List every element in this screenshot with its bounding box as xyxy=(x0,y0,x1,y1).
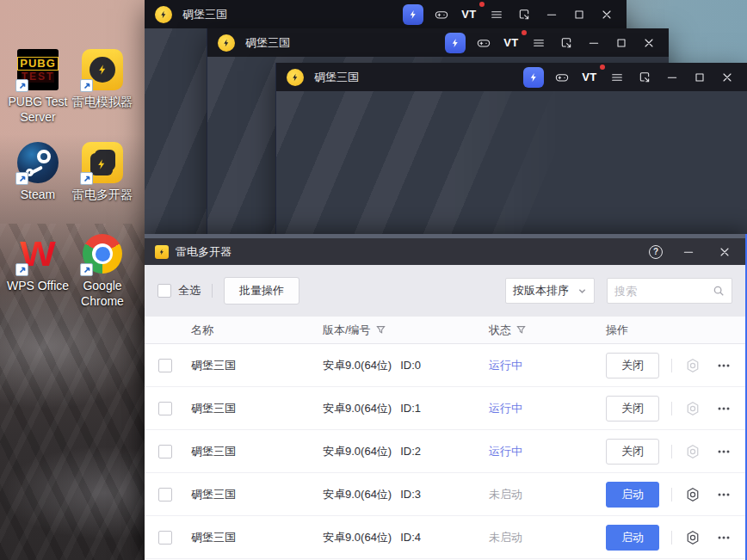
minimize-button[interactable] xyxy=(678,242,699,262)
more-options-icon[interactable] xyxy=(715,357,732,374)
instance-name: 碉堡三国 xyxy=(191,358,323,373)
desktop-icon-label: 雷电多开器 xyxy=(65,188,139,203)
vt-button[interactable]: VT xyxy=(460,5,478,24)
header-status[interactable]: 状态 xyxy=(489,323,606,338)
status-label: 未启动 xyxy=(489,487,606,502)
row-checkbox[interactable] xyxy=(158,531,172,545)
menu-icon[interactable] xyxy=(529,34,548,52)
ldplayer-logo-icon xyxy=(218,34,235,52)
settings-gear-icon[interactable] xyxy=(684,357,701,374)
minimize-button[interactable] xyxy=(584,34,603,52)
help-icon[interactable]: ? xyxy=(649,245,663,259)
rotate-window-icon[interactable] xyxy=(635,68,654,87)
minimize-button[interactable] xyxy=(542,5,561,24)
row-checkbox[interactable] xyxy=(158,445,172,458)
chevron-down-icon xyxy=(577,286,587,296)
search-icon xyxy=(713,285,725,297)
window-title: 碉堡三国 xyxy=(314,70,359,85)
desktop-icon-chrome[interactable]: Google Chrome xyxy=(69,233,136,309)
menu-icon[interactable] xyxy=(608,68,627,87)
ldplayer-logo-icon xyxy=(155,6,172,23)
header-actions: 操作 xyxy=(606,323,745,338)
status-label: 未启动 xyxy=(489,530,606,545)
stop-button[interactable]: 关闭 xyxy=(606,353,659,378)
more-options-icon[interactable] xyxy=(715,443,732,460)
manager-titlebar: 雷电多开器 ? xyxy=(145,238,745,265)
divider xyxy=(671,531,672,545)
table-row: 碉堡三国 安卓9.0(64位)ID:2 运行中 关闭 xyxy=(145,430,745,473)
header-name: 名称 xyxy=(191,323,323,338)
stop-button[interactable]: 关闭 xyxy=(606,396,659,422)
gamepad-icon[interactable] xyxy=(553,68,571,87)
instance-version: 安卓9.0(64位)ID:1 xyxy=(323,401,489,416)
table-row: 碉堡三国 安卓9.0(64位)ID:1 运行中 关闭 xyxy=(145,387,745,430)
sort-dropdown[interactable]: 按版本排序 xyxy=(505,278,595,304)
filter-icon[interactable] xyxy=(516,325,526,335)
search-box[interactable] xyxy=(607,278,732,304)
header-version[interactable]: 版本/编号 xyxy=(323,323,489,338)
ldplayer-logo-icon xyxy=(287,69,304,86)
menu-icon[interactable] xyxy=(487,5,506,24)
rotate-window-icon[interactable] xyxy=(515,5,534,24)
search-input[interactable] xyxy=(614,285,713,298)
close-button[interactable] xyxy=(718,68,737,87)
gamepad-icon[interactable] xyxy=(474,34,493,52)
gamepad-icon[interactable] xyxy=(432,5,451,24)
row-checkbox[interactable] xyxy=(158,488,172,502)
desktop-icon-ldplayer[interactable]: 雷电模拟器 xyxy=(69,49,136,110)
desktop-icon-label: WPS Office xyxy=(1,279,75,294)
table-row: 碉堡三国 安卓9.0(64位)ID:4 未启动 启动 xyxy=(145,516,745,559)
vt-button[interactable]: VT xyxy=(580,68,599,87)
desktop-icon-label: Steam xyxy=(1,188,75,203)
window-title: 碉堡三国 xyxy=(245,35,290,51)
desktop-icon-ld-multiplayer[interactable]: 雷电多开器 xyxy=(69,142,136,203)
batch-operations-button[interactable]: 批量操作 xyxy=(224,277,299,305)
instance-name: 碉堡三国 xyxy=(191,487,323,502)
minimize-button[interactable] xyxy=(663,68,682,87)
close-button[interactable] xyxy=(714,242,735,262)
settings-gear-icon[interactable] xyxy=(684,400,701,417)
boost-icon[interactable] xyxy=(523,67,544,88)
instance-name: 碉堡三国 xyxy=(191,530,323,545)
vt-button[interactable]: VT xyxy=(502,34,521,52)
row-checkbox[interactable] xyxy=(158,359,172,372)
shortcut-arrow-icon xyxy=(80,79,93,92)
maximize-button[interactable] xyxy=(690,68,709,87)
manager-toolbar: 全选 批量操作 按版本排序 xyxy=(145,265,745,317)
status-label: 运行中 xyxy=(489,358,606,373)
settings-gear-icon[interactable] xyxy=(684,486,701,503)
maximize-button[interactable] xyxy=(612,34,631,52)
settings-gear-icon[interactable] xyxy=(684,529,701,546)
emulator-titlebar: 碉堡三国 VT xyxy=(276,63,747,91)
row-checkbox[interactable] xyxy=(158,402,172,415)
sort-dropdown-value: 按版本排序 xyxy=(513,283,569,298)
shortcut-arrow-icon xyxy=(80,263,93,276)
status-label: 运行中 xyxy=(489,401,606,416)
maximize-button[interactable] xyxy=(570,5,589,24)
boost-icon[interactable] xyxy=(445,33,466,53)
close-button[interactable] xyxy=(597,5,616,24)
stop-button[interactable]: 关闭 xyxy=(606,439,659,465)
table-row: 碉堡三国 安卓9.0(64位)ID:0 运行中 关闭 xyxy=(145,344,745,387)
desktop-icon-label: Google Chrome xyxy=(65,279,139,309)
more-options-icon[interactable] xyxy=(715,529,732,546)
close-button[interactable] xyxy=(639,34,658,52)
divider xyxy=(671,488,672,502)
rotate-window-icon[interactable] xyxy=(557,34,576,52)
more-options-icon[interactable] xyxy=(715,486,732,503)
instance-version: 安卓9.0(64位)ID:0 xyxy=(323,358,489,373)
window-title: 雷电多开器 xyxy=(176,244,642,260)
desktop-icon-steam[interactable]: Steam xyxy=(4,142,71,203)
start-button[interactable]: 启动 xyxy=(606,482,659,508)
select-all-checkbox[interactable] xyxy=(157,284,171,298)
settings-gear-icon[interactable] xyxy=(684,443,701,460)
boost-icon[interactable] xyxy=(403,4,423,25)
instance-version: 安卓9.0(64位)ID:4 xyxy=(323,530,489,545)
filter-icon[interactable] xyxy=(376,325,386,335)
instance-name: 碉堡三国 xyxy=(191,401,323,416)
more-options-icon[interactable] xyxy=(715,400,732,417)
desktop-icon-pubg-test[interactable]: PUBG TEST PUBG Test Server xyxy=(4,49,71,125)
start-button[interactable]: 启动 xyxy=(606,525,659,551)
multiplayer-manager-window: 雷电多开器 ? 全选 批量操作 按版本排序 名称 版本/编号 状态 操作 碉堡三… xyxy=(145,234,747,560)
desktop-icon-wps[interactable]: W WPS Office xyxy=(4,233,71,294)
